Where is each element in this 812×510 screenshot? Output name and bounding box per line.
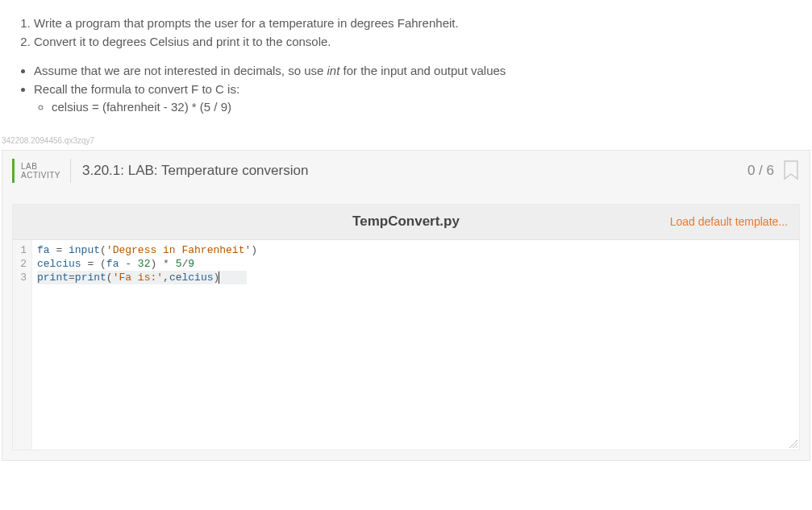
text: for the input and output values	[339, 64, 506, 77]
punct: (	[100, 258, 106, 270]
code-line[interactable]: celcius = (fa - 32) * 5/9	[37, 257, 794, 271]
identifier: celcius	[169, 272, 214, 284]
identifier: fa	[37, 244, 50, 256]
line-number: 2	[19, 257, 27, 271]
identifier: print	[37, 272, 69, 284]
function-call: input	[69, 244, 100, 256]
instruction-bullet: Assume that we are not interested in dec…	[34, 62, 796, 81]
instructions-block: Write a program that prompts the user fo…	[0, 15, 812, 133]
identifier: fa	[106, 258, 119, 270]
punct: (	[100, 244, 106, 256]
code-line[interactable]: fa = input('Degress in Fahrenheit')	[37, 243, 794, 257]
formula: celsius = (fahrenheit - 32) * (5 / 9)	[52, 98, 796, 117]
identifier: celcius	[37, 258, 81, 270]
bookmark-icon[interactable]	[782, 159, 800, 183]
lab-header: LAB ACTIVITY 3.20.1: LAB: Temperature co…	[2, 151, 810, 191]
number: 32	[138, 258, 151, 270]
text: Recall the formula to convert F to C is:	[34, 82, 239, 96]
instruction-step: Convert it to degrees Celsius and print …	[34, 33, 796, 52]
code-editor[interactable]: 1 2 3 fa = input('Degress in Fahrenheit'…	[13, 240, 799, 450]
lab-score: 0 / 6	[747, 159, 782, 183]
operator: =	[81, 258, 100, 270]
text: Assume that we are not interested in dec…	[34, 64, 327, 77]
load-default-template-link[interactable]: Load default template...	[670, 215, 788, 228]
operator: =	[50, 244, 69, 256]
line-number: 3	[19, 271, 27, 284]
lab-activity-panel: LAB ACTIVITY 3.20.1: LAB: Temperature co…	[2, 150, 810, 461]
snippet-id: 342208.2094456.qx3zqy7	[0, 133, 812, 150]
instruction-bullet: Recall the formula to convert F to C is:…	[34, 81, 796, 117]
lab-title: 3.20.1: LAB: Temperature conversion	[71, 159, 747, 183]
instruction-ordered-list: Write a program that prompts the user fo…	[16, 15, 796, 51]
lab-label: LAB ACTIVITY	[12, 159, 71, 183]
instruction-step: Write a program that prompts the user fo…	[34, 15, 796, 33]
punct: )	[251, 244, 257, 256]
code-line-active[interactable]: print=print('Fa is:',celcius)	[37, 271, 247, 284]
punct: ,	[163, 272, 169, 284]
punct: (	[106, 272, 113, 284]
function-call: print	[75, 272, 106, 284]
file-bar: TempConvert.py Load default template...	[13, 205, 799, 240]
operator: =	[69, 272, 75, 284]
string-literal: 'Fa is:'	[113, 272, 163, 284]
operator: *	[156, 258, 175, 270]
lab-label-line2: ACTIVITY	[21, 171, 60, 180]
instruction-bullet-list: Assume that we are not interested in dec…	[16, 62, 796, 117]
italic-int: int	[327, 64, 340, 77]
instruction-sublist: celsius = (fahrenheit - 32) * (5 / 9)	[34, 98, 796, 117]
operator: -	[119, 258, 137, 270]
code-content[interactable]: fa = input('Degress in Fahrenheit')celci…	[32, 240, 799, 450]
lab-label-line1: LAB	[21, 162, 60, 171]
number: 9	[188, 258, 194, 270]
code-editor-panel: TempConvert.py Load default template... …	[12, 204, 800, 450]
string-literal: 'Degress in Fahrenheit'	[106, 244, 251, 256]
line-number: 1	[19, 243, 27, 257]
line-gutter: 1 2 3	[13, 240, 32, 450]
